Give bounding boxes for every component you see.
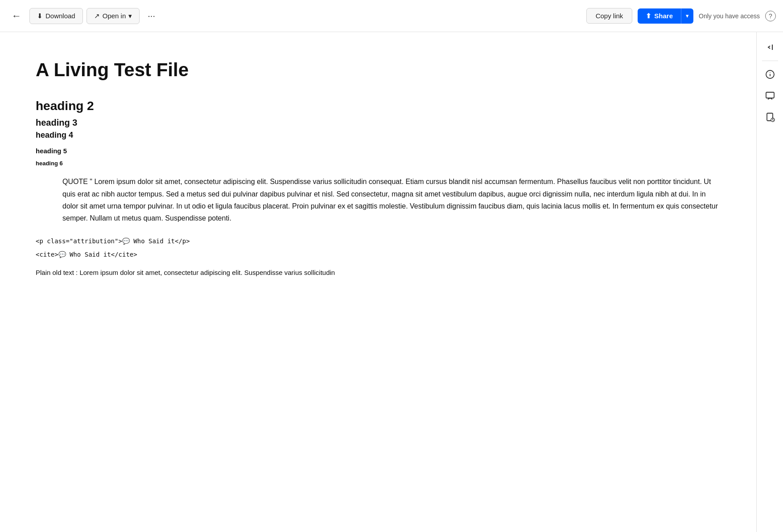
share-group: ⬆ Share ▾ [638, 8, 693, 24]
comment-icon [765, 91, 775, 101]
sidebar-versions-button[interactable] [760, 107, 780, 127]
copy-link-label: Copy link [596, 12, 623, 20]
document-area: A Living Test File heading 2 heading 3 h… [0, 32, 756, 532]
document-title: A Living Test File [36, 59, 721, 81]
chevron-down-icon: ▾ [128, 12, 132, 20]
svg-rect-4 [766, 92, 774, 98]
share-button[interactable]: ⬆ Share [638, 8, 681, 24]
help-icon: ? [769, 12, 772, 20]
sidebar-divider-1 [762, 61, 778, 61]
blockquote-text: QUOTE " Lorem ipsum dolor sit amet, cons… [62, 176, 721, 224]
open-in-button[interactable]: ↗ Open in ▾ [87, 8, 140, 24]
blockquote-section: QUOTE " Lorem ipsum dolor sit amet, cons… [62, 176, 721, 224]
access-text: Only you have access [699, 12, 760, 20]
toolbar: ← ⬇ Download ↗ Open in ▾ ··· Copy link ⬆… [0, 0, 783, 32]
plain-text: Plain old text : Lorem ipsum dolor sit a… [36, 267, 721, 278]
share-icon: ⬆ [646, 12, 651, 20]
attribution-line: <p class="attribution">💬 Who Said it</p> [36, 237, 721, 245]
back-button[interactable]: ← [7, 8, 26, 25]
heading-6: heading 6 [36, 160, 721, 167]
toolbar-left: ← ⬇ Download ↗ Open in ▾ ··· [7, 8, 583, 25]
svg-line-8 [773, 120, 774, 121]
copy-link-button[interactable]: Copy link [586, 8, 633, 24]
more-icon: ··· [148, 11, 155, 20]
right-sidebar [756, 32, 783, 532]
heading-4: heading 4 [36, 131, 721, 140]
sidebar-info-button[interactable] [760, 65, 780, 84]
heading-2: heading 2 [36, 99, 721, 113]
share-dropdown-icon: ▾ [686, 12, 689, 19]
info-icon [765, 70, 775, 79]
file-versions-icon [765, 112, 775, 122]
svg-point-3 [770, 72, 771, 73]
toolbar-right: Copy link ⬆ Share ▾ Only you have access… [586, 8, 776, 24]
cite-line: <cite>💬 Who Said it</cite> [36, 251, 721, 258]
share-label: Share [654, 12, 673, 20]
main-area: A Living Test File heading 2 heading 3 h… [0, 32, 783, 532]
collapse-icon [766, 43, 775, 52]
heading-5: heading 5 [36, 147, 721, 155]
open-in-label: Open in [103, 12, 126, 20]
sidebar-collapse-button[interactable] [760, 37, 780, 57]
download-icon: ⬇ [37, 12, 43, 20]
open-in-icon: ↗ [94, 12, 100, 20]
back-icon: ← [12, 10, 21, 21]
more-options-button[interactable]: ··· [143, 8, 160, 24]
download-button[interactable]: ⬇ Download [29, 8, 83, 24]
heading-3: heading 3 [36, 118, 721, 128]
download-label: Download [45, 12, 75, 20]
help-button[interactable]: ? [765, 11, 776, 21]
share-dropdown-button[interactable]: ▾ [681, 8, 693, 24]
sidebar-comments-button[interactable] [760, 86, 780, 106]
